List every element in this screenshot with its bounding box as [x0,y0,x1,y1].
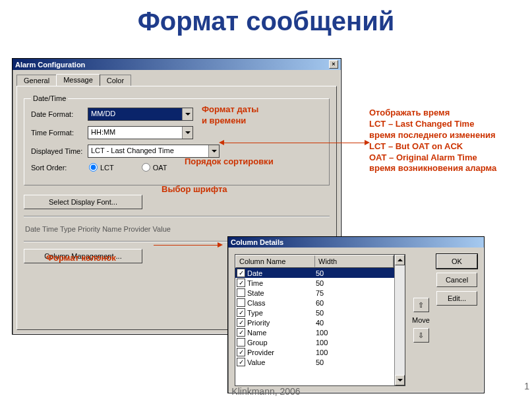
column-name-cell: State [247,289,316,297]
tab-strip: General Message Color [16,75,337,86]
column-listbox[interactable]: Column Name Width ✓Date50✓Time50State75C… [235,254,405,386]
column-width-cell: 60 [316,299,324,307]
column-header: Column Name Width [235,255,394,268]
checkbox-icon[interactable]: ✓ [237,348,245,356]
arrow-down-icon: ⇩ [418,331,424,340]
column-name-cell: Group [247,339,316,347]
column-titlebar: Column Details [228,237,484,248]
datetime-group: Date/Time Date Format: MM/DD Time Format… [24,94,330,185]
sort-order-label: Sort Order: [31,164,88,172]
datetime-legend: Date/Time [31,94,68,102]
ann-displayed-time: Отображать время LCT – Last Changed Time… [369,108,496,174]
column-row[interactable]: ✓Priority40 [235,317,394,327]
ann-columns: Формат колонок [46,253,116,264]
column-row[interactable]: ✓Type50 [235,308,394,317]
scroll-down-icon[interactable] [395,375,405,385]
checkbox-icon[interactable]: ✓ [237,328,245,337]
alarm-title-text: Alarm Configuration [15,61,85,69]
column-width-cell: 50 [316,358,324,366]
sort-oat-radio[interactable] [142,163,150,172]
column-width-cell: 40 [316,319,324,327]
column-details-window: Column Details Column Name Width ✓Date50… [227,236,485,393]
arrow-head-icon [365,140,370,145]
arrow-line [223,143,367,143]
column-row[interactable]: ✓Value50 [235,357,394,367]
column-width-cell: 75 [316,289,324,297]
tab-color[interactable]: Color [100,75,131,86]
column-width-cell: 50 [316,279,324,287]
checkbox-icon[interactable] [237,298,245,307]
scrollbar[interactable] [394,255,405,385]
column-name-cell: Provider [247,348,316,356]
slide-footer: Klinkmann, 2006 [231,386,300,397]
right-buttons: OK Cancel Edit... [436,254,477,386]
tab-message[interactable]: Message [56,74,100,86]
column-row[interactable]: State75 [235,288,394,298]
column-name-cell: Date [247,269,316,277]
column-width-cell: 50 [316,309,324,317]
col-cancel-button[interactable]: Cancel [436,273,477,287]
hdr-width[interactable]: Width [315,255,394,267]
close-icon[interactable]: × [329,60,338,69]
col-edit-button[interactable]: Edit... [436,291,477,306]
arrow-head-icon [218,242,223,248]
chevron-down-icon[interactable] [182,127,192,139]
displayed-time-combo[interactable]: LCT - Last Changed Time [88,145,220,158]
displayed-time-label: Displayed Time: [31,147,88,155]
column-title-text: Column Details [231,238,283,246]
column-row[interactable]: Group100 [235,337,394,347]
columns-preview: Date Time Type Priority Name Provider Va… [24,224,330,234]
column-list-area: Column Name Width ✓Date50✓Time50State75C… [235,254,405,386]
checkbox-icon[interactable] [237,288,245,297]
select-font-button[interactable]: Select Display Font... [24,195,142,209]
move-label: Move [412,316,430,324]
alarm-titlebar: Alarm Configuration × [13,59,341,70]
column-width-cell: 100 [316,339,328,347]
hdr-name[interactable]: Column Name [236,255,315,267]
column-width-cell: 50 [316,269,324,277]
column-width-cell: 100 [316,348,328,356]
sort-lct-radio[interactable] [89,163,98,172]
checkbox-icon[interactable] [237,338,245,347]
move-up-button[interactable]: ⇧ [413,298,429,312]
col-ok-button[interactable]: OK [436,254,477,269]
column-row[interactable]: ✓Date50 [235,268,394,278]
time-format-combo[interactable]: HH:MM [88,126,193,139]
sort-oat-label: OAT [153,164,167,172]
tab-general[interactable]: General [16,75,57,86]
column-name-cell: Name [247,329,316,337]
scroll-up-icon[interactable] [395,255,405,265]
column-name-cell: Priority [247,319,316,327]
ann-date-format: Формат даты и времени [202,104,258,127]
time-format-value: HH:MM [88,127,182,139]
ann-sort-order: Порядок сортировки [185,156,274,168]
chevron-down-icon[interactable] [182,108,192,120]
column-row[interactable]: ✓Time50 [235,278,394,288]
checkbox-icon[interactable]: ✓ [237,308,245,317]
arrow-head-icon [219,140,224,145]
date-format-value: MM/DD [88,108,182,120]
checkbox-icon[interactable]: ✓ [237,269,245,277]
column-row[interactable]: ✓Name100 [235,327,394,337]
column-name-cell: Class [247,299,316,307]
time-format-label: Time Format: [31,129,88,137]
chevron-down-icon[interactable] [208,145,219,157]
move-panel: ⇧ Move ⇩ [412,254,430,386]
checkbox-icon[interactable]: ✓ [237,318,245,327]
column-name-cell: Type [247,309,316,317]
checkbox-icon[interactable]: ✓ [237,358,245,366]
column-name-cell: Value [247,358,316,366]
date-format-combo[interactable]: MM/DD [88,108,193,121]
arrow-line [154,245,220,246]
column-width-cell: 100 [316,329,328,337]
checkbox-icon[interactable]: ✓ [237,279,245,287]
column-row[interactable]: Class60 [235,298,394,308]
slide-pagenum: 1 [524,381,529,391]
move-down-button[interactable]: ⇩ [413,328,429,343]
column-row[interactable]: ✓Provider100 [235,347,394,357]
date-format-label: Date Format: [31,110,88,118]
arrow-up-icon: ⇧ [418,301,424,310]
ann-font: Выбор шрифта [162,184,227,195]
slide-title: Формат сообщений [0,0,532,36]
column-name-cell: Time [247,279,316,287]
